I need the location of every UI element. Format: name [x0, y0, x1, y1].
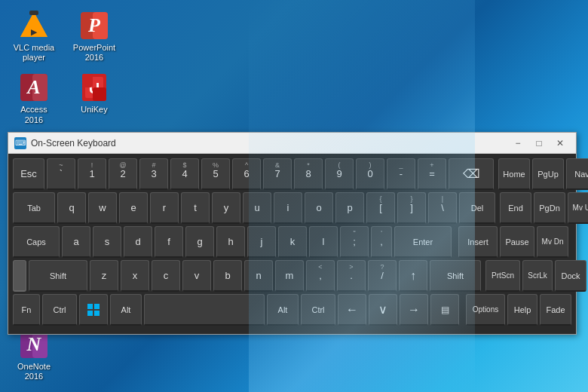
key-m[interactable]: m	[275, 260, 304, 292]
powerpoint-icon-desktop[interactable]: P PowerPoint2016	[68, 8, 121, 66]
key-a[interactable]: a	[62, 226, 90, 258]
key-del[interactable]: Del	[459, 192, 495, 224]
key-shift-right[interactable]: Shift	[430, 260, 481, 292]
key-arrow-right[interactable]: →	[400, 294, 428, 326]
key-e[interactable]: e	[119, 192, 148, 224]
svg-text:A: A	[26, 76, 40, 98]
key-n[interactable]: n	[244, 260, 273, 292]
key-c[interactable]: c	[152, 260, 180, 292]
key-backslash[interactable]: |\	[428, 192, 457, 224]
key-3[interactable]: #3	[139, 158, 168, 190]
key-s[interactable]: s	[93, 226, 121, 258]
key-mvdn[interactable]: Mv Dn	[537, 226, 568, 258]
key-v[interactable]: v	[182, 260, 211, 292]
key-lbracket[interactable]: {[	[366, 192, 395, 224]
key-win-left[interactable]	[79, 294, 108, 326]
key-pause[interactable]: Pause	[500, 226, 534, 258]
key-dock[interactable]: Dock	[555, 260, 586, 292]
osk-minimize-button[interactable]: −	[508, 136, 528, 151]
key-f[interactable]: f	[155, 226, 183, 258]
key-equals[interactable]: +=	[418, 158, 446, 190]
key-7[interactable]: &7	[263, 158, 292, 190]
access-icon-desktop[interactable]: A Access 2016	[8, 69, 60, 127]
key-2[interactable]: @2	[109, 158, 137, 190]
key-h[interactable]: h	[216, 226, 245, 258]
key-quote[interactable]: ',	[371, 226, 392, 258]
svg-text:▶: ▶	[31, 28, 38, 36]
osk-close-button[interactable]: ✕	[550, 136, 570, 151]
key-help[interactable]: Help	[507, 294, 537, 326]
key-ctrl-right[interactable]: Ctrl	[301, 294, 335, 326]
key-alt-left[interactable]: Alt	[110, 294, 142, 326]
key-1[interactable]: !1	[78, 158, 106, 190]
key-insert[interactable]: Insert	[458, 226, 498, 258]
key-u[interactable]: u	[243, 192, 271, 224]
key-pgdn[interactable]: PgDn	[534, 192, 565, 224]
key-8[interactable]: *8	[294, 158, 323, 190]
key-semicolon[interactable]: ";	[340, 226, 369, 258]
vlc-icon-desktop[interactable]: ▶ VLC mediaplayer	[8, 8, 60, 66]
key-l[interactable]: l	[309, 226, 338, 258]
key-k[interactable]: k	[278, 226, 307, 258]
key-b[interactable]: b	[213, 260, 242, 292]
key-shift-left[interactable]: Shift	[29, 260, 87, 292]
keyboard-body: Esc ~` !1 @2 #3 $4 %5 ^6 &7 *8 (9 )0 _- …	[8, 154, 576, 334]
key-d[interactable]: d	[124, 226, 152, 258]
key-9[interactable]: (9	[325, 158, 354, 190]
key-p[interactable]: p	[335, 192, 364, 224]
key-minus[interactable]: _-	[387, 158, 415, 190]
key-5[interactable]: %5	[201, 158, 230, 190]
key-w[interactable]: w	[88, 192, 117, 224]
vlc-label: VLC mediaplayer	[14, 43, 54, 63]
key-enter[interactable]: Enter	[394, 226, 452, 258]
key-context-menu[interactable]: ▤	[430, 294, 459, 326]
key-prtscn[interactable]: PrtScn	[485, 260, 520, 292]
key-backspace[interactable]: ⌫	[449, 158, 494, 190]
key-q[interactable]: q	[57, 192, 86, 224]
key-6[interactable]: ^6	[232, 158, 261, 190]
unikey-icon-desktop[interactable]: U UniKey	[68, 69, 121, 127]
key-mvup[interactable]: Mv Up	[568, 192, 588, 224]
key-end[interactable]: End	[500, 192, 531, 224]
key-arrow-down[interactable]: ∨	[369, 294, 397, 326]
vlc-icon-img: ▶	[19, 11, 49, 41]
key-slash[interactable]: ?/	[368, 260, 397, 292]
key-rbracket[interactable]: }]	[397, 192, 426, 224]
key-fn[interactable]: Fn	[13, 294, 40, 326]
svg-rect-20	[87, 311, 93, 316]
key-nav[interactable]: Nav	[566, 158, 588, 190]
osk-restore-button[interactable]: □	[529, 136, 549, 151]
key-0[interactable]: )0	[356, 158, 384, 190]
key-row-shift: Shift z x c v b n m <, >. ?/ ↑ Shift Prt…	[13, 260, 571, 292]
svg-rect-18	[87, 304, 93, 309]
key-ctrl-left[interactable]: Ctrl	[42, 294, 77, 326]
key-o[interactable]: o	[305, 192, 333, 224]
key-i[interactable]: i	[274, 192, 302, 224]
key-comma[interactable]: <,	[306, 260, 335, 292]
key-period[interactable]: >.	[337, 260, 366, 292]
key-g[interactable]: g	[185, 226, 214, 258]
key-t[interactable]: t	[181, 192, 210, 224]
key-4[interactable]: $4	[170, 158, 199, 190]
key-fade[interactable]: Fade	[540, 294, 571, 326]
onenote-icon-desktop[interactable]: N OneNote2016	[8, 326, 60, 384]
key-j[interactable]: j	[247, 226, 276, 258]
key-home[interactable]: Home	[498, 158, 530, 190]
key-z[interactable]: z	[90, 260, 118, 292]
key-arrow-up[interactable]: ↑	[399, 260, 427, 292]
key-x[interactable]: x	[121, 260, 149, 292]
key-arrow-left[interactable]: ←	[338, 294, 366, 326]
key-pgup[interactable]: PgUp	[532, 158, 564, 190]
key-y[interactable]: y	[212, 192, 240, 224]
svg-rect-14	[93, 87, 106, 101]
key-tab[interactable]: Tab	[13, 192, 55, 224]
key-alt-right[interactable]: Alt	[267, 294, 299, 326]
key-r[interactable]: r	[150, 192, 179, 224]
key-scrlk[interactable]: ScrLk	[522, 260, 553, 292]
key-options[interactable]: Options	[466, 294, 505, 326]
key-caps[interactable]: Caps	[13, 226, 60, 258]
key-space[interactable]	[144, 294, 265, 326]
key-row-qwerty: Tab q w e r t y u i o p {[ }] |\ Del End…	[13, 192, 571, 224]
key-esc[interactable]: Esc	[13, 158, 44, 190]
key-tilde[interactable]: ~`	[47, 158, 75, 190]
